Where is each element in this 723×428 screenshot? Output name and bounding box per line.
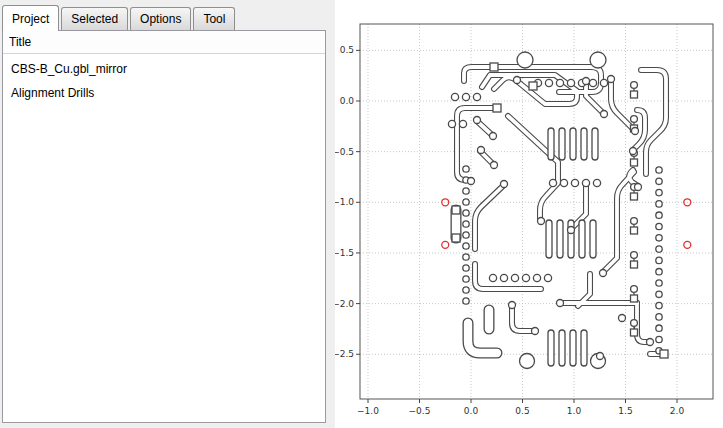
pad-circle <box>556 79 563 86</box>
pad-circle <box>656 269 662 275</box>
finger-slot <box>548 330 554 366</box>
pad-circle <box>463 232 469 238</box>
x-tick-label: −1.0 <box>357 406 379 416</box>
x-tick-label: 1.0 <box>567 406 582 416</box>
pad-circle <box>656 212 662 218</box>
pad-square <box>631 193 638 200</box>
pad-circle <box>656 336 662 342</box>
pad-circle <box>463 243 469 249</box>
pad-circle <box>560 179 567 186</box>
pad-circle <box>490 133 497 140</box>
y-tick-label: −2.0 <box>335 299 354 309</box>
pad-circle <box>557 300 564 307</box>
pad-circle <box>544 274 551 281</box>
finger-slot <box>557 220 563 258</box>
pad-square <box>631 91 638 98</box>
y-tick-label: −1.5 <box>335 248 354 258</box>
finger-slot <box>581 330 587 366</box>
y-tick-label: 0.5 <box>340 45 354 55</box>
pad-circle <box>656 325 662 331</box>
pad-circle <box>463 199 469 205</box>
pad-circle <box>568 227 575 234</box>
pad-circle <box>656 314 662 320</box>
pad-circle <box>601 111 608 118</box>
pad-circle <box>463 254 469 260</box>
pad-square <box>529 82 537 90</box>
pad-square <box>452 234 460 242</box>
list-item-drills[interactable]: Alignment Drills <box>3 81 325 105</box>
list-item-gerber[interactable]: CBS-B_Cu.gbl_mirror <box>3 57 325 81</box>
pad-circle <box>600 270 607 277</box>
pad-circle <box>656 223 662 229</box>
pad-circle <box>463 188 469 194</box>
finger-slot <box>581 128 587 160</box>
pad-circle <box>656 201 662 207</box>
pad-circle <box>632 128 639 135</box>
pad-square <box>631 329 638 336</box>
tab-bar: Project Selected Options Tool <box>2 2 237 30</box>
tab-selected[interactable]: Selected <box>61 7 128 30</box>
pad-circle <box>647 339 654 346</box>
pad-circle <box>567 79 574 86</box>
pad-circle <box>511 274 518 281</box>
tab-options[interactable]: Options <box>130 7 191 30</box>
x-tick-label: 2.0 <box>670 406 685 416</box>
pad-circle <box>533 274 540 281</box>
pad-circle <box>545 79 552 86</box>
pad-circle <box>500 274 507 281</box>
tab-tool[interactable]: Tool <box>193 7 235 30</box>
pad-circle <box>463 298 469 304</box>
pad-circle <box>489 274 496 281</box>
pad-circle <box>589 79 596 86</box>
pad-circle <box>631 82 638 89</box>
pad-circle <box>656 257 662 263</box>
pad-circle <box>463 166 469 172</box>
y-tick-label: 0.0 <box>340 96 355 106</box>
plot-canvas[interactable]: −1.0−0.50.00.51.01.52.00.50.0−0.5−1.0−1.… <box>335 0 723 428</box>
mount-hole <box>520 354 535 369</box>
finger-slot <box>559 330 565 366</box>
pad-circle <box>474 117 481 124</box>
finger-slot <box>568 220 574 258</box>
pad-circle <box>468 178 475 185</box>
finger-slot <box>570 128 576 160</box>
flatcam-window: Project Selected Options Tool Title CBS-… <box>0 0 723 428</box>
pad-circle <box>631 320 638 327</box>
x-tick-label: 0.5 <box>515 406 529 416</box>
pad-circle <box>462 93 469 100</box>
pad-circle <box>631 252 638 259</box>
pad-circle <box>514 77 521 84</box>
pad-circle <box>463 265 469 271</box>
y-tick-label: −1.0 <box>335 197 354 207</box>
pad-square <box>631 261 638 268</box>
pad-circle <box>463 287 469 293</box>
pad-circle <box>478 147 485 154</box>
pad-circle <box>473 93 480 100</box>
pad-circle <box>522 274 529 281</box>
pad-circle <box>593 179 600 186</box>
tab-project[interactable]: Project <box>2 5 59 31</box>
project-list: Title CBS-B_Cu.gbl_mirror Alignment Dril… <box>2 30 326 423</box>
pad-circle <box>656 246 662 252</box>
finger-slot <box>570 330 576 366</box>
plot-area: −1.0−0.50.00.51.01.52.00.50.0−0.5−1.0−1.… <box>335 0 723 428</box>
pad-circle <box>549 179 556 186</box>
pad-circle <box>631 218 638 225</box>
y-tick-label: −0.5 <box>335 147 354 157</box>
pad-square <box>490 63 498 71</box>
project-items: CBS-B_Cu.gbl_mirror Alignment Drills <box>3 54 325 105</box>
list-header-title[interactable]: Title <box>3 31 325 54</box>
pad-circle <box>656 189 662 195</box>
pad-square <box>631 159 638 166</box>
finger-slot <box>590 220 596 258</box>
pad-circle <box>571 179 578 186</box>
pad-circle <box>600 79 607 86</box>
pad-circle <box>463 210 469 216</box>
x-tick-label: 0.0 <box>464 406 479 416</box>
pad-circle <box>491 162 498 169</box>
pad-square <box>631 295 638 302</box>
finger-slot <box>546 220 552 258</box>
mount-hole <box>590 52 606 68</box>
pad-circle <box>532 328 539 335</box>
x-tick-label: 1.5 <box>618 406 632 416</box>
